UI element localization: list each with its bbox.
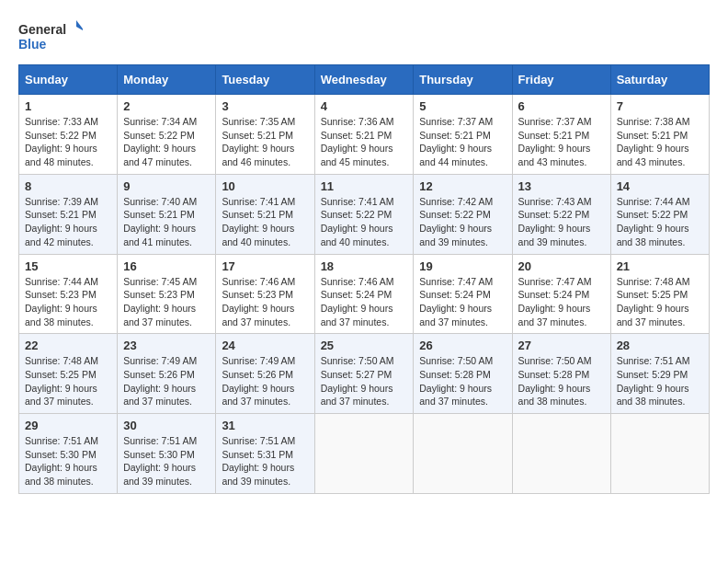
svg-marker-2	[76, 20, 83, 31]
day-info: Sunrise: 7:43 AM Sunset: 5:22 PM Dayligh…	[518, 195, 605, 249]
calendar-cell: 8 Sunrise: 7:39 AM Sunset: 5:21 PM Dayli…	[19, 174, 118, 254]
day-number: 8	[25, 179, 111, 193]
column-header-thursday: Thursday	[414, 65, 512, 95]
day-number: 9	[123, 179, 210, 193]
calendar-cell: 27 Sunrise: 7:50 AM Sunset: 5:28 PM Dayl…	[512, 334, 610, 414]
day-number: 5	[419, 99, 506, 113]
calendar-cell: 21 Sunrise: 7:48 AM Sunset: 5:25 PM Dayl…	[610, 254, 709, 334]
day-info: Sunrise: 7:51 AM Sunset: 5:31 PM Dayligh…	[222, 434, 308, 488]
day-number: 6	[518, 99, 605, 113]
day-info: Sunrise: 7:33 AM Sunset: 5:22 PM Dayligh…	[25, 115, 111, 169]
day-info: Sunrise: 7:39 AM Sunset: 5:21 PM Dayligh…	[25, 195, 111, 249]
day-info: Sunrise: 7:46 AM Sunset: 5:24 PM Dayligh…	[321, 275, 408, 329]
day-number: 21	[617, 259, 703, 273]
calendar-cell: 31 Sunrise: 7:51 AM Sunset: 5:31 PM Dayl…	[216, 414, 314, 494]
day-number: 1	[25, 99, 111, 113]
day-number: 23	[123, 339, 210, 352]
day-number: 27	[518, 339, 605, 352]
day-info: Sunrise: 7:42 AM Sunset: 5:22 PM Dayligh…	[419, 195, 506, 249]
svg-text:General: General	[18, 22, 66, 37]
day-number: 18	[321, 259, 408, 273]
calendar-cell: 16 Sunrise: 7:45 AM Sunset: 5:23 PM Dayl…	[118, 254, 216, 334]
calendar-cell: 13 Sunrise: 7:43 AM Sunset: 5:22 PM Dayl…	[512, 174, 610, 254]
logo-svg: General Blue	[18, 18, 83, 55]
column-header-sunday: Sunday	[19, 65, 118, 95]
calendar-cell: 7 Sunrise: 7:38 AM Sunset: 5:21 PM Dayli…	[610, 95, 709, 175]
logo: General Blue	[18, 18, 83, 55]
calendar-cell: 30 Sunrise: 7:51 AM Sunset: 5:30 PM Dayl…	[118, 414, 216, 494]
day-number: 22	[25, 339, 111, 352]
day-info: Sunrise: 7:41 AM Sunset: 5:22 PM Dayligh…	[321, 195, 408, 249]
day-info: Sunrise: 7:50 AM Sunset: 5:27 PM Dayligh…	[321, 354, 408, 408]
column-header-friday: Friday	[512, 65, 610, 95]
day-number: 15	[25, 259, 111, 273]
day-info: Sunrise: 7:44 AM Sunset: 5:22 PM Dayligh…	[617, 195, 703, 249]
calendar-cell: 4 Sunrise: 7:36 AM Sunset: 5:21 PM Dayli…	[314, 95, 414, 175]
calendar-cell: 25 Sunrise: 7:50 AM Sunset: 5:27 PM Dayl…	[314, 334, 414, 414]
day-info: Sunrise: 7:34 AM Sunset: 5:22 PM Dayligh…	[123, 115, 210, 169]
calendar-cell: 19 Sunrise: 7:47 AM Sunset: 5:24 PM Dayl…	[414, 254, 512, 334]
day-info: Sunrise: 7:49 AM Sunset: 5:26 PM Dayligh…	[222, 354, 308, 408]
day-number: 16	[123, 259, 210, 273]
day-number: 3	[222, 99, 308, 113]
calendar-cell: 22 Sunrise: 7:48 AM Sunset: 5:25 PM Dayl…	[19, 334, 118, 414]
day-info: Sunrise: 7:47 AM Sunset: 5:24 PM Dayligh…	[419, 275, 506, 329]
calendar-cell: 6 Sunrise: 7:37 AM Sunset: 5:21 PM Dayli…	[512, 95, 610, 175]
day-info: Sunrise: 7:38 AM Sunset: 5:21 PM Dayligh…	[617, 115, 703, 169]
day-number: 31	[222, 419, 308, 432]
calendar-cell: 1 Sunrise: 7:33 AM Sunset: 5:22 PM Dayli…	[19, 95, 118, 175]
calendar-cell: 2 Sunrise: 7:34 AM Sunset: 5:22 PM Dayli…	[118, 95, 216, 175]
calendar-cell: 17 Sunrise: 7:46 AM Sunset: 5:23 PM Dayl…	[216, 254, 314, 334]
day-info: Sunrise: 7:35 AM Sunset: 5:21 PM Dayligh…	[222, 115, 308, 169]
calendar-cell	[610, 414, 709, 494]
page-header: General Blue	[18, 18, 710, 55]
calendar-cell: 11 Sunrise: 7:41 AM Sunset: 5:22 PM Dayl…	[314, 174, 414, 254]
day-info: Sunrise: 7:37 AM Sunset: 5:21 PM Dayligh…	[518, 115, 605, 169]
day-number: 17	[222, 259, 308, 273]
day-info: Sunrise: 7:46 AM Sunset: 5:23 PM Dayligh…	[222, 275, 308, 329]
column-header-saturday: Saturday	[610, 65, 709, 95]
svg-text:Blue: Blue	[18, 37, 47, 52]
day-number: 11	[321, 179, 408, 193]
day-number: 14	[617, 179, 703, 193]
day-number: 12	[419, 179, 506, 193]
day-info: Sunrise: 7:44 AM Sunset: 5:23 PM Dayligh…	[25, 275, 111, 329]
day-number: 20	[518, 259, 605, 273]
day-info: Sunrise: 7:41 AM Sunset: 5:21 PM Dayligh…	[222, 195, 308, 249]
day-info: Sunrise: 7:51 AM Sunset: 5:30 PM Dayligh…	[25, 434, 111, 488]
calendar-table: SundayMondayTuesdayWednesdayThursdayFrid…	[18, 64, 710, 494]
day-number: 28	[617, 339, 703, 352]
day-info: Sunrise: 7:49 AM Sunset: 5:26 PM Dayligh…	[123, 354, 210, 408]
day-info: Sunrise: 7:40 AM Sunset: 5:21 PM Dayligh…	[123, 195, 210, 249]
day-info: Sunrise: 7:48 AM Sunset: 5:25 PM Dayligh…	[617, 275, 703, 329]
calendar-cell: 15 Sunrise: 7:44 AM Sunset: 5:23 PM Dayl…	[19, 254, 118, 334]
calendar-cell: 9 Sunrise: 7:40 AM Sunset: 5:21 PM Dayli…	[118, 174, 216, 254]
calendar-cell: 23 Sunrise: 7:49 AM Sunset: 5:26 PM Dayl…	[118, 334, 216, 414]
day-number: 24	[222, 339, 308, 352]
day-number: 13	[518, 179, 605, 193]
day-number: 25	[321, 339, 408, 352]
day-info: Sunrise: 7:51 AM Sunset: 5:30 PM Dayligh…	[123, 434, 210, 488]
day-info: Sunrise: 7:48 AM Sunset: 5:25 PM Dayligh…	[25, 354, 111, 408]
day-info: Sunrise: 7:45 AM Sunset: 5:23 PM Dayligh…	[123, 275, 210, 329]
day-number: 10	[222, 179, 308, 193]
calendar-cell	[512, 414, 610, 494]
calendar-cell	[314, 414, 414, 494]
day-info: Sunrise: 7:51 AM Sunset: 5:29 PM Dayligh…	[617, 354, 703, 408]
day-number: 26	[419, 339, 506, 352]
calendar-cell: 28 Sunrise: 7:51 AM Sunset: 5:29 PM Dayl…	[610, 334, 709, 414]
calendar-cell: 18 Sunrise: 7:46 AM Sunset: 5:24 PM Dayl…	[314, 254, 414, 334]
day-number: 29	[25, 419, 111, 432]
calendar-cell: 12 Sunrise: 7:42 AM Sunset: 5:22 PM Dayl…	[414, 174, 512, 254]
day-info: Sunrise: 7:50 AM Sunset: 5:28 PM Dayligh…	[419, 354, 506, 408]
calendar-cell: 20 Sunrise: 7:47 AM Sunset: 5:24 PM Dayl…	[512, 254, 610, 334]
calendar-cell: 10 Sunrise: 7:41 AM Sunset: 5:21 PM Dayl…	[216, 174, 314, 254]
column-header-wednesday: Wednesday	[314, 65, 414, 95]
day-info: Sunrise: 7:37 AM Sunset: 5:21 PM Dayligh…	[419, 115, 506, 169]
calendar-cell: 5 Sunrise: 7:37 AM Sunset: 5:21 PM Dayli…	[414, 95, 512, 175]
day-info: Sunrise: 7:36 AM Sunset: 5:21 PM Dayligh…	[321, 115, 408, 169]
calendar-cell	[414, 414, 512, 494]
day-number: 4	[321, 99, 408, 113]
calendar-cell: 14 Sunrise: 7:44 AM Sunset: 5:22 PM Dayl…	[610, 174, 709, 254]
calendar-cell: 29 Sunrise: 7:51 AM Sunset: 5:30 PM Dayl…	[19, 414, 118, 494]
